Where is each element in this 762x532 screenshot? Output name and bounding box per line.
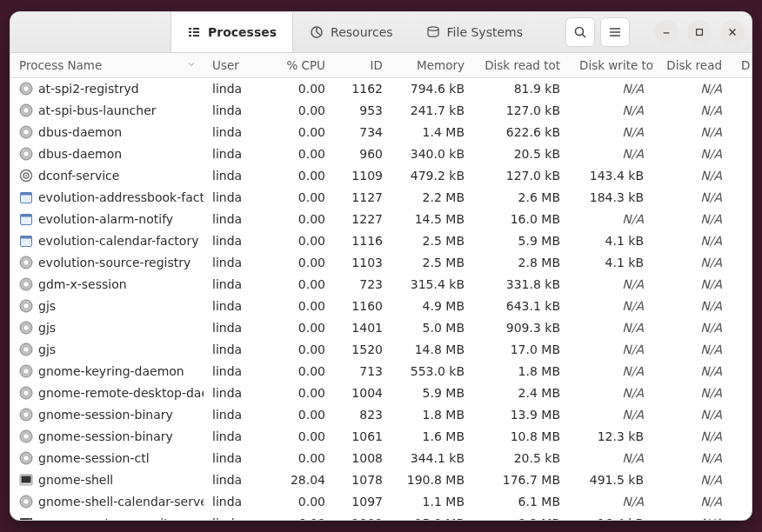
cell-disk-read-total: 20.5 kB <box>475 143 571 165</box>
cell-disk-write-total: N/A <box>571 274 654 296</box>
window-close-button[interactable] <box>720 20 745 44</box>
cell-cpu: 0.00 <box>261 100 336 122</box>
process-name: gnome-session-binary <box>38 429 173 444</box>
window-maximize-button[interactable] <box>687 20 712 44</box>
cell-id: 1103 <box>336 252 393 274</box>
cell-disk-write-total: 4.1 kB <box>571 252 654 274</box>
cell-user: linda <box>204 404 261 426</box>
cell-disk-read-total: 643.1 kB <box>475 296 571 317</box>
cell-memory: 190.8 MB <box>393 469 475 491</box>
cal-icon <box>19 190 33 204</box>
cell-cpu: 0.00 <box>261 122 336 143</box>
col-disk-read-total[interactable]: Disk read tot <box>475 53 571 78</box>
gear-icon <box>19 321 33 335</box>
table-row[interactable]: evolution-alarm-notifylinda0.00122714.5 … <box>10 209 752 230</box>
cell-user: linda <box>204 274 261 296</box>
col-id[interactable]: ID <box>336 53 393 78</box>
col-more[interactable]: D <box>732 53 752 78</box>
mon-icon <box>19 516 33 520</box>
cell-memory: 1.6 MB <box>393 426 475 448</box>
table-row[interactable]: dconf-servicelinda0.001109479.2 kB127.0 … <box>10 165 752 187</box>
cell-disk-read: N/A <box>654 252 732 274</box>
col-disk-write-total[interactable]: Disk write tot <box>571 53 654 78</box>
cell-disk-read: N/A <box>654 491 732 513</box>
tab-processes[interactable]: Processes <box>170 12 293 52</box>
cell-cpu: 0.00 <box>261 491 336 513</box>
cell-memory: 553.0 kB <box>393 361 475 382</box>
gear-icon <box>19 299 33 313</box>
window-minimize-button[interactable] <box>654 20 678 44</box>
cell-disk-read-total: 1.8 MB <box>475 361 571 382</box>
cell-user: linda <box>204 143 261 165</box>
cell-disk-read-total: 176.7 MB <box>475 469 571 491</box>
process-name: gjs <box>38 342 56 357</box>
process-name: gnome-shell-calendar-server <box>38 494 204 509</box>
tab-bar: Processes Resources File Systems <box>170 12 539 52</box>
tab-label: Resources <box>331 25 393 39</box>
hamburger-menu-button[interactable] <box>600 17 630 47</box>
cell-disk-write-total: N/A <box>571 339 654 361</box>
table-row[interactable]: gnome-session-binarylinda0.0010611.6 MB1… <box>10 426 752 448</box>
table-row[interactable]: gnome-session-ctllinda0.001008344.1 kB20… <box>10 448 752 469</box>
cell-user: linda <box>204 296 261 317</box>
table-row[interactable]: gjslinda0.00152014.8 MB17.0 MBN/AN/A <box>10 339 752 361</box>
table-row[interactable]: gnome-shelllinda28.041078190.8 MB176.7 M… <box>10 469 752 491</box>
cell-memory: 479.2 kB <box>393 165 475 187</box>
svg-rect-26 <box>189 31 191 33</box>
cell-user: linda <box>204 361 261 382</box>
table-row[interactable]: dbus-daemonlinda0.00960340.0 kB20.5 kBN/… <box>10 143 752 165</box>
cell-disk-write-total: N/A <box>571 448 654 469</box>
table-row[interactable]: gnome-shell-calendar-serverlinda0.001097… <box>10 491 752 513</box>
table-row[interactable]: gnome-session-binarylinda0.008231.8 MB13… <box>10 404 752 426</box>
col-process-name[interactable]: Process Name <box>10 53 204 78</box>
cell-memory: 344.1 kB <box>393 448 475 469</box>
cell-disk-read-total: 20.5 kB <box>475 448 571 469</box>
cell-id: 1162 <box>336 78 393 100</box>
cell-disk-read: N/A <box>654 165 732 187</box>
process-name: evolution-source-registry <box>38 255 190 270</box>
cell-id: 1116 <box>336 230 393 252</box>
cell-memory: 5.0 MB <box>393 317 475 339</box>
process-name: gnome-keyring-daemon <box>38 363 184 379</box>
cell-cpu: 0.00 <box>261 448 336 469</box>
table-row[interactable]: dbus-daemonlinda0.007341.4 MB622.6 kBN/A… <box>10 122 752 143</box>
gear-icon <box>19 147 33 161</box>
cell-disk-read: N/A <box>654 274 732 296</box>
cell-memory: 340.0 kB <box>393 143 475 165</box>
gear-icon <box>19 125 33 139</box>
col-memory[interactable]: Memory <box>393 53 475 78</box>
cell-disk-read-total: 6.1 MB <box>475 491 571 513</box>
gear-icon <box>19 386 33 400</box>
cell-disk-write-total: N/A <box>571 491 654 513</box>
table-row[interactable]: gnome-keyring-daemonlinda0.00713553.0 kB… <box>10 361 752 382</box>
cell-user: linda <box>204 448 261 469</box>
table-row[interactable]: evolution-source-registrylinda0.0011032.… <box>10 252 752 274</box>
cell-user: linda <box>204 426 261 448</box>
table-row[interactable]: at-spi-bus-launcherlinda0.00953241.7 kB1… <box>10 100 752 122</box>
gear-icon <box>19 82 33 96</box>
table-row[interactable]: gnome-remote-desktop-daemlinda0.0010045.… <box>10 382 752 404</box>
target-icon <box>19 169 33 183</box>
cell-disk-read: N/A <box>654 426 732 448</box>
cell-cpu: 0.00 <box>261 426 336 448</box>
gear-icon <box>19 256 33 269</box>
tab-filesystems[interactable]: File Systems <box>410 12 539 52</box>
gear-icon <box>19 429 33 443</box>
table-row[interactable]: evolution-addressbook-factorylinda0.0011… <box>10 187 752 209</box>
tab-resources[interactable]: Resources <box>293 12 410 52</box>
table-row[interactable]: gdm-x-sessionlinda0.00723315.4 kB331.8 k… <box>10 274 752 296</box>
cell-disk-write-total: N/A <box>571 296 654 317</box>
col-disk-read[interactable]: Disk read <box>654 53 732 78</box>
cell-disk-read-total: 10.8 MB <box>475 426 571 448</box>
table-row[interactable]: gjslinda0.0011604.9 MB643.1 kBN/AN/A <box>10 296 752 317</box>
cell-cpu: 0.00 <box>261 317 336 339</box>
search-button[interactable] <box>565 17 595 47</box>
table-row[interactable]: evolution-calendar-factorylinda0.0011162… <box>10 230 752 252</box>
table-row[interactable]: gnome-system-monitorlinda6.08198915.9 MB… <box>10 513 752 521</box>
table-row[interactable]: at-spi2-registrydlinda0.001162794.6 kB81… <box>10 78 752 100</box>
col-user[interactable]: User <box>204 53 261 78</box>
system-monitor-window: Processes Resources File Systems <box>10 11 752 521</box>
process-name: gjs <box>38 320 56 336</box>
col-cpu[interactable]: % CPU <box>261 53 336 78</box>
table-row[interactable]: gjslinda0.0014015.0 MB909.3 kBN/AN/A <box>10 317 752 339</box>
